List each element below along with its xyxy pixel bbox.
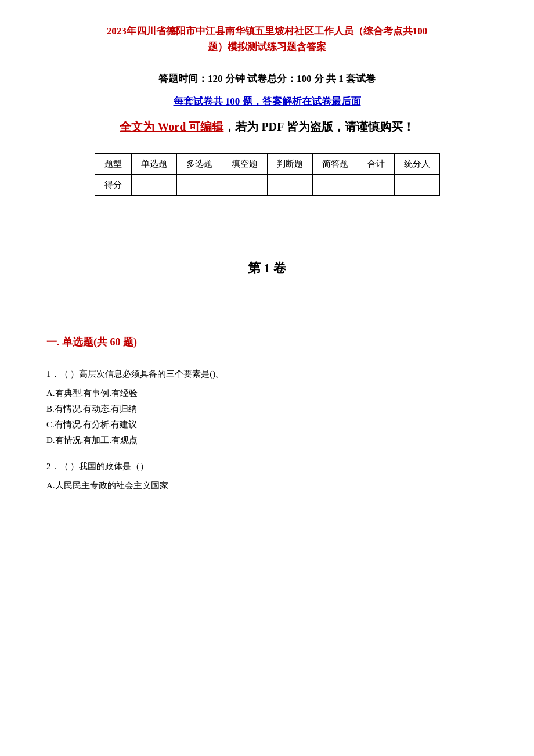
exam-notice: 每套试卷共 100 题，答案解析在试卷最后面 [46,95,488,108]
section-title: 一. 单选题(共 60 题) [46,335,488,349]
question-1: 1．（ ）高层次信息必须具备的三个要素是()。 A.有典型.有事例.有经验 B.… [46,366,488,448]
volume-title: 第 1 卷 [46,260,488,277]
table-header-row: 题型 单选题 多选题 填空题 判断题 简答题 合计 统分人 [95,154,439,175]
page-title: 2023年四川省德阳市中江县南华镇五里坡村社区工作人员（综合考点共100 题）模… [46,23,488,55]
score-table: 题型 单选题 多选题 填空题 判断题 简答题 合计 统分人 得分 [95,153,440,196]
exam-info: 答题时间：120 分钟 试卷总分：100 分 共 1 套试卷 [46,72,488,85]
word-notice: 全文为 Word 可编辑，若为 PDF 皆为盗版，请谨慎购买！ [46,117,488,136]
question-2: 2．（ ）我国的政体是（） A.人民民主专政的社会主义国家 [46,459,488,494]
table-score-row: 得分 [95,175,439,196]
